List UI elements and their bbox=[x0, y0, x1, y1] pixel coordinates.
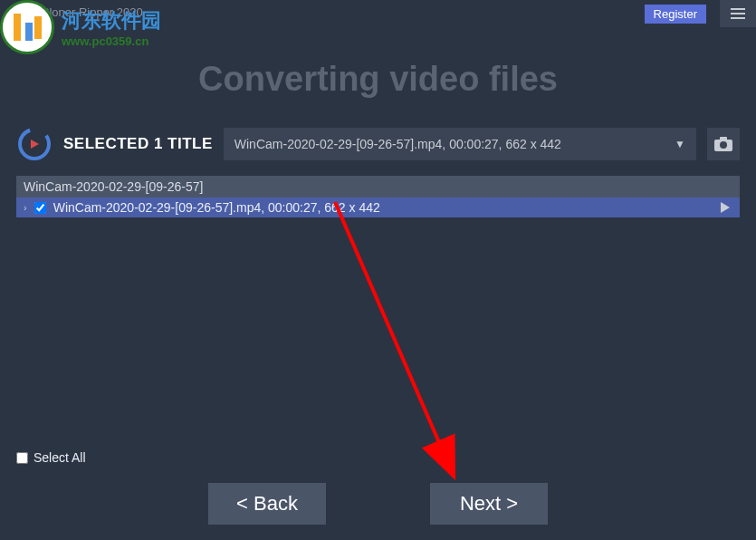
nav-buttons: < Back Next > bbox=[0, 483, 756, 525]
svg-marker-1 bbox=[31, 140, 39, 149]
selected-title-label: SELECTED 1 TITLE bbox=[63, 135, 213, 153]
file-dropdown-text: WinCam-2020-02-29-[09-26-57].mp4, 00:00:… bbox=[234, 137, 561, 151]
file-list-empty-area bbox=[16, 217, 740, 439]
watermark-logo-icon bbox=[0, 0, 54, 54]
watermark-overlay: 河东软件园 www.pc0359.cn bbox=[0, 0, 161, 54]
file-group-header[interactable]: WinCam-2020-02-29-[09-26-57] bbox=[16, 176, 740, 198]
menu-button[interactable] bbox=[720, 0, 756, 27]
select-all-label: Select All bbox=[33, 450, 86, 465]
play-icon[interactable] bbox=[718, 200, 732, 215]
register-button[interactable]: Register bbox=[645, 5, 706, 24]
next-button[interactable]: Next > bbox=[430, 483, 548, 525]
watermark-url: www.pc0359.cn bbox=[62, 34, 161, 48]
refresh-icon[interactable] bbox=[16, 126, 53, 162]
watermark-cn-text: 河东软件园 bbox=[62, 7, 161, 34]
file-item-label: WinCam-2020-02-29-[09-26-57].mp4, 00:00:… bbox=[53, 200, 711, 215]
select-all-checkbox[interactable] bbox=[16, 452, 28, 464]
file-list: WinCam-2020-02-29-[09-26-57] › WinCam-20… bbox=[16, 176, 740, 439]
chevron-down-icon: ▼ bbox=[675, 138, 685, 150]
selection-row: SELECTED 1 TITLE WinCam-2020-02-29-[09-2… bbox=[0, 126, 756, 162]
page-heading: Converting video files bbox=[0, 60, 756, 99]
back-button[interactable]: < Back bbox=[208, 483, 326, 525]
camera-icon bbox=[713, 136, 733, 152]
camera-button[interactable] bbox=[707, 128, 740, 160]
file-item-checkbox[interactable] bbox=[34, 202, 46, 214]
svg-rect-3 bbox=[720, 137, 727, 140]
hamburger-icon bbox=[731, 8, 745, 19]
expand-arrow-icon[interactable]: › bbox=[24, 202, 27, 213]
svg-point-4 bbox=[720, 141, 727, 149]
file-item[interactable]: › WinCam-2020-02-29-[09-26-57].mp4, 00:0… bbox=[16, 198, 740, 217]
file-dropdown[interactable]: WinCam-2020-02-29-[09-26-57].mp4, 00:00:… bbox=[224, 128, 696, 160]
svg-marker-5 bbox=[721, 202, 730, 213]
select-all-row: Select All bbox=[16, 450, 740, 465]
